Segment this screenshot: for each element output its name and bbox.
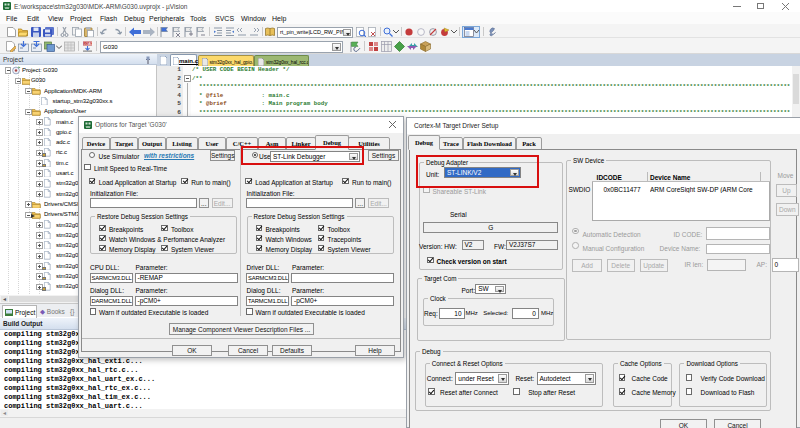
- svg-text:LOAD: LOAD: [84, 42, 94, 46]
